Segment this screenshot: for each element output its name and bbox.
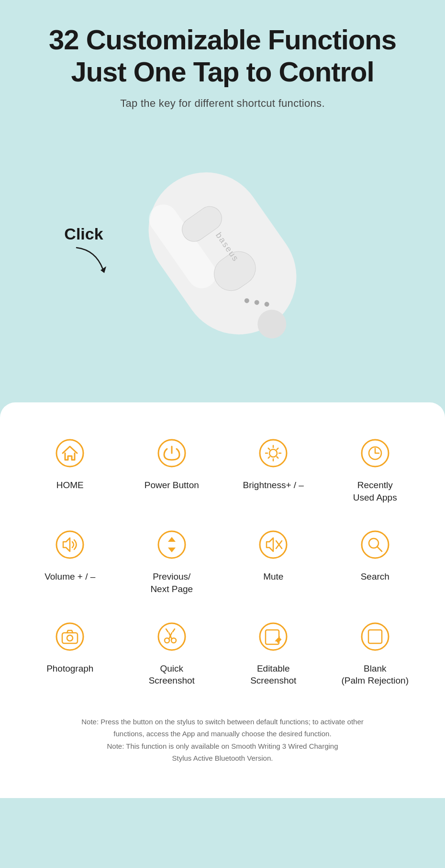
edit-icon: [256, 619, 290, 654]
note-line1: Note: Press the button on the stylus to …: [81, 718, 364, 726]
svg-rect-47: [362, 623, 389, 650]
screenshot-label: Quick Screenshot: [149, 662, 195, 687]
svg-rect-10: [56, 440, 83, 467]
svg-rect-35: [62, 633, 78, 643]
function-screenshot: Quick Screenshot: [121, 610, 223, 701]
svg-line-42: [166, 629, 168, 632]
function-blank: Blank (Palm Rejection): [324, 610, 426, 701]
function-photograph: Photograph: [19, 610, 121, 701]
svg-rect-31: [362, 531, 389, 558]
svg-line-20: [277, 448, 278, 450]
page-label: Previous/ Next Page: [150, 571, 193, 595]
svg-marker-27: [168, 548, 176, 552]
note-line4: Stylus Active Bluetooth Version.: [172, 754, 273, 762]
svg-point-13: [269, 449, 277, 457]
photograph-label: Photograph: [46, 662, 93, 675]
svg-rect-48: [368, 630, 382, 643]
volume-label: Volume + / –: [44, 571, 95, 583]
svg-line-21: [268, 457, 270, 458]
stylus-container: baseus Click: [19, 129, 426, 378]
search-label: Search: [361, 571, 389, 583]
subtitle: Tap the key for different shortcut funct…: [19, 97, 426, 110]
svg-rect-44: [260, 623, 287, 650]
click-annotation: Click: [57, 225, 110, 276]
home-icon: [53, 436, 87, 470]
power-label: Power Button: [145, 479, 199, 491]
svg-line-18: [268, 448, 270, 450]
click-label: Click: [64, 225, 103, 243]
svg-rect-25: [158, 531, 185, 558]
function-power: Power Button: [121, 426, 223, 518]
function-volume: Volume + / –: [19, 518, 121, 609]
note-line2: functions, access the App and manually c…: [113, 730, 331, 738]
photograph-icon: [53, 619, 87, 654]
svg-point-36: [67, 635, 73, 641]
svg-rect-34: [56, 623, 83, 650]
hero-section: 32 Customizable Functions Just One Tap t…: [0, 0, 445, 422]
volume-icon: [53, 527, 87, 562]
svg-line-33: [377, 547, 382, 551]
functions-grid: HOME Power Button: [19, 426, 426, 701]
editable-label: Editable Screenshot: [250, 662, 296, 687]
svg-line-43: [173, 629, 175, 632]
recent-label: Recently Used Apps: [353, 479, 397, 503]
function-editable: Editable Screenshot: [222, 610, 324, 701]
recent-icon: [358, 436, 392, 470]
bottom-card: HOME Power Button: [0, 402, 445, 798]
note-section: Note: Press the button on the stylus to …: [19, 706, 426, 779]
svg-rect-0: [126, 150, 319, 357]
svg-rect-45: [266, 630, 279, 644]
mute-icon: [256, 527, 290, 562]
svg-marker-9: [100, 266, 106, 273]
blank-icon: [358, 619, 392, 654]
svg-rect-12: [260, 440, 287, 467]
svg-marker-26: [168, 537, 176, 542]
function-search: Search: [324, 518, 426, 609]
function-brightness: Brightness+ / –: [222, 426, 324, 518]
main-title: 32 Customizable Functions Just One Tap t…: [19, 24, 426, 88]
brightness-label: Brightness+ / –: [243, 479, 304, 491]
brightness-icon: [256, 436, 290, 470]
search-icon: [358, 527, 392, 562]
stylus-image: baseus: [79, 138, 366, 368]
page-icon: [155, 527, 189, 562]
power-icon: [155, 436, 189, 470]
function-page: Previous/ Next Page: [121, 518, 223, 609]
function-mute: Mute: [222, 518, 324, 609]
mute-label: Mute: [263, 571, 283, 583]
home-label: HOME: [56, 479, 84, 491]
svg-line-19: [277, 457, 278, 458]
svg-rect-37: [158, 623, 185, 650]
note-line3: Note: This function is only available on…: [107, 742, 338, 750]
scissors-icon: [155, 619, 189, 654]
function-recent: Recently Used Apps: [324, 426, 426, 518]
blank-label: Blank (Palm Rejection): [342, 662, 409, 687]
function-home: HOME: [19, 426, 121, 518]
